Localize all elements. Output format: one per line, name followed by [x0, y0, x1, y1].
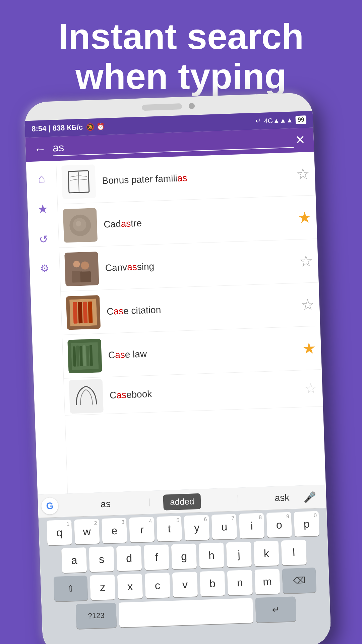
phone-frame: 8:54 | 838 КБ/с 🔕 ⏰ ↵ 4G▲▲▲ 99 ← as ✕ ⌂ …: [24, 92, 331, 644]
tooltip-added: added: [163, 493, 201, 511]
svg-rect-18: [88, 301, 93, 323]
favorite-star-button[interactable]: ★: [302, 339, 316, 357]
key-m[interactable]: m: [254, 569, 280, 595]
key-g[interactable]: g: [171, 543, 197, 569]
result-thumbnail: [69, 379, 103, 413]
favorite-star-button[interactable]: ☆: [296, 164, 310, 183]
result-thumbnail: [63, 208, 98, 243]
key-u[interactable]: u7: [212, 514, 237, 540]
bluetooth-icon: ↵: [255, 117, 261, 126]
favorite-star-button[interactable]: ☆: [304, 380, 318, 396]
result-thumbnail: [64, 252, 99, 286]
result-label: Case citation: [107, 300, 301, 317]
svg-line-3: [70, 179, 78, 180]
autocomplete-suggestion[interactable]: as: [61, 497, 150, 511]
svg-line-4: [79, 175, 87, 177]
key-k[interactable]: k: [254, 541, 280, 567]
delete-key[interactable]: ⌫: [282, 568, 316, 593]
key-w[interactable]: w2: [74, 519, 100, 544]
key-t[interactable]: t5: [157, 516, 182, 542]
favorite-star-button[interactable]: ★: [297, 208, 312, 226]
promo-title: Instant search when typing: [0, 17, 362, 97]
battery-indicator: 99: [295, 115, 306, 124]
key-i[interactable]: i8: [239, 513, 265, 539]
key-q[interactable]: q1: [47, 520, 72, 545]
status-right: ↵ 4G▲▲▲ 99: [255, 115, 306, 125]
result-label: Bonus pater familias: [102, 169, 296, 186]
svg-rect-17: [83, 302, 87, 323]
key-l[interactable]: l: [281, 540, 307, 566]
svg-rect-16: [78, 302, 82, 323]
sidebar-home-icon[interactable]: ⌂: [38, 171, 45, 185]
svg-line-5: [80, 179, 87, 180]
autocomplete-suggestion[interactable]: ask 🎤: [238, 491, 326, 504]
symbols-key[interactable]: ?123: [76, 603, 117, 629]
back-button[interactable]: ←: [32, 140, 48, 158]
clear-search-button[interactable]: ✕: [293, 131, 307, 149]
key-d[interactable]: d: [116, 545, 142, 571]
key-a[interactable]: a: [61, 547, 87, 573]
result-thumbnail: [66, 295, 101, 330]
search-input[interactable]: as: [53, 133, 294, 156]
space-key[interactable]: [119, 598, 253, 628]
signal-icon: 4G▲▲▲: [264, 116, 293, 125]
sidebar-history-icon[interactable]: ↺: [39, 233, 48, 246]
key-c[interactable]: c: [145, 573, 171, 598]
key-row-4: ?123 ↵: [44, 595, 328, 630]
svg-rect-13: [80, 271, 91, 282]
result-label: Case law: [108, 343, 302, 360]
svg-line-2: [70, 176, 77, 177]
shift-key[interactable]: ⇧: [54, 576, 88, 601]
sidebar-favorites-icon[interactable]: ★: [37, 202, 48, 216]
keyboard-rows: q1 w2 e3 r4 t5 y6 u7 i8 o9 p0 a s d f g …: [39, 508, 331, 636]
key-b[interactable]: b: [200, 571, 226, 596]
key-r[interactable]: r4: [129, 517, 155, 543]
key-e[interactable]: e3: [102, 518, 127, 544]
result-label: Canvassing: [105, 256, 299, 273]
key-p[interactable]: p0: [294, 511, 320, 537]
key-j[interactable]: j: [226, 542, 252, 568]
google-icon: G: [41, 497, 59, 515]
key-h[interactable]: h: [199, 543, 225, 569]
status-time-data: 8:54 | 838 КБ/с 🔕 ⏰: [32, 122, 105, 133]
key-o[interactable]: o9: [266, 512, 292, 538]
key-x[interactable]: x: [117, 574, 143, 599]
key-f[interactable]: f: [144, 544, 170, 570]
phone-camera: [189, 103, 195, 109]
key-v[interactable]: v: [172, 572, 198, 597]
key-n[interactable]: n: [227, 570, 253, 596]
key-s[interactable]: s: [89, 546, 115, 572]
favorite-star-button[interactable]: ☆: [299, 252, 313, 270]
phone-speaker: [142, 103, 182, 111]
result-thumbnail: [67, 338, 102, 373]
result-thumbnail: [61, 164, 96, 199]
result-label: Cadastre: [104, 212, 298, 230]
sidebar-settings-icon[interactable]: ⚙: [40, 262, 49, 274]
result-label: Casebook: [110, 383, 305, 400]
svg-rect-15: [73, 302, 77, 323]
keyboard: G as As ask 🎤 q1 w2 e3 r4 t5 y6: [38, 485, 331, 644]
key-y[interactable]: y6: [184, 515, 210, 541]
google-button[interactable]: G: [38, 497, 62, 515]
enter-key[interactable]: ↵: [255, 596, 296, 623]
key-z[interactable]: z: [90, 575, 116, 600]
favorite-star-button[interactable]: ☆: [300, 295, 315, 314]
svg-line-1: [78, 171, 79, 192]
